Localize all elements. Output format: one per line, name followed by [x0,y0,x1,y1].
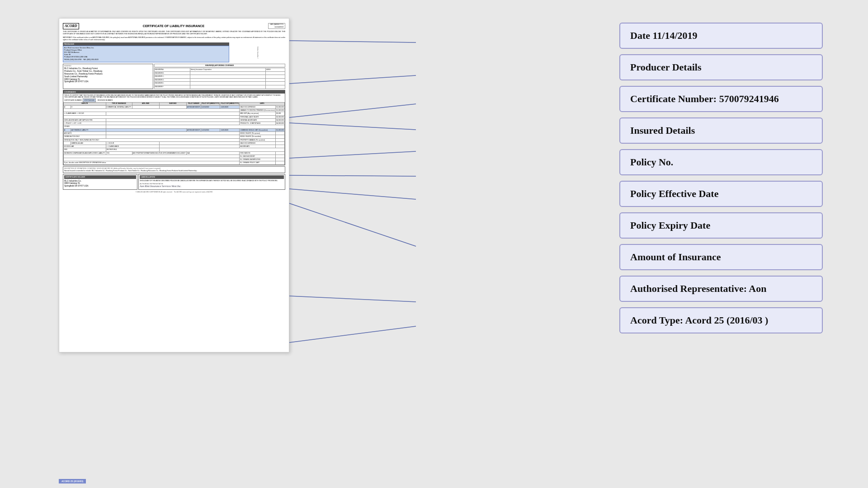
personal-limit-label: PERSONAL & ADV INJURY [240,115,276,118]
coverage-row-other: OTHER: [64,125,285,128]
svg-line-6 [289,189,416,199]
coverage-row-auto: A AUTOMOBILE LIABILITY AS76610B7409375 1… [64,128,285,131]
description-text: Named Insured is extended to include: RL… [64,170,284,172]
insurer-c-name [190,75,265,79]
svg-line-0 [289,41,416,42]
insurer-b-label: INSURER B: [154,71,190,75]
cancellation-label: CANCELLATION [140,175,284,178]
producer-label: PRODUCER [63,42,229,46]
coverage-row-ded: DED RETENTION $ [64,148,285,151]
col-eff: POLICY EFF (MM/DD/YYYY) [201,102,220,105]
auto2-limit-val [276,131,285,135]
auto3-empty [106,135,240,138]
wc3-empty [64,158,240,161]
umb-occur: ☐ OCCUR [106,141,160,145]
col-subr: SUBR WVD [159,102,186,105]
coverage-row-umb: UMBRELLA LIAB ☐ OCCUR EACH OCCURRENCE [64,141,285,145]
cgl-ltr: A [64,105,71,108]
auto-type: AUTOMOBILE LIABILITY [71,128,106,131]
auto4-options: HIRED AUTOS ONLY / NON-OWNED AUTOS ONLY [64,138,240,141]
date-panel: Date 11/14/2019 [619,23,823,49]
cgl-limit-val: $1,000,000 [276,105,285,108]
cgl-policy: AS76610B7409375 [187,105,201,108]
coverages-table: INSR LTR TYPE OF INSURANCE ADDL INSD SUB… [63,102,285,165]
wc2-limit-label: EL. EACH ACCIDENT [240,155,276,158]
wc-stat-val [276,151,285,155]
cert-copyright: ©1988-2015 ACORD CORPORATION. All rights… [136,191,172,193]
acord-logo: ACORD [63,23,79,29]
svg-line-1 [289,75,416,84]
insurer-d-label: INSURER D: [154,78,190,82]
policy-effective-panel: Policy Effective Date [619,181,823,207]
med-limit-val: $5,000 [276,112,285,115]
coverage-row-cgl2: DAMAGE TO RENTED PREMISES (Ea occurrence… [64,108,285,112]
personal-empty [64,115,240,118]
exc-empty [159,145,240,148]
cgl-subr [159,105,186,108]
coverage-row-auto2: ANY AUTO BODILY INJURY (Per person) [64,131,285,135]
wc-type: WORKERS COMPENSATION AND EMPLOYERS' LIAB… [64,151,106,155]
insurer-c-label: INSURER C: [154,75,190,79]
insurer-d-naic [265,78,285,82]
coverage-row-wc2: EL. EACH ACCIDENT [64,155,285,158]
med-empty [106,112,240,115]
cgl-addl [132,105,159,108]
prod-empty [106,122,240,125]
ded-empty [159,148,284,151]
cgl2-limit-label: DAMAGE TO RENTED PREMISES (Ea occurrence… [240,108,276,112]
wc-yn: Y/N [106,151,132,155]
umb-limit-label: EACH OCCURRENCE [240,141,276,145]
other-label: OTHER: [64,125,106,128]
cert-holder-label: CERTIFICATE HOLDER [64,175,136,178]
insurer-f-naic [265,85,285,89]
coverage-row-auto4: HIRED AUTOS ONLY / NON-OWNED AUTOS ONLY … [64,138,285,141]
cert-holder-addr2: Springfield OR 97477 USA [64,185,136,188]
wc-any: ANY PROPRIETOR/PARTNER/EXECUTIVE OFFICER… [132,151,186,155]
insurer-a-name: Liberty Insurance Corporation [190,68,265,72]
cancellation-section: CANCELLATION SHOULD ANY OF THE ABOVE DES… [138,174,285,190]
cert-holder-section: CERTIFICATE HOLDER RLC Industries Co. 36… [63,174,137,190]
important-text: IMPORTANT: If the certificate holder is … [63,37,285,41]
insurers-table: INSURER A: Liberty Insurance Corporation… [154,68,285,89]
ded-label: DED [64,148,106,151]
coverage-row-med: ☑ CLAIMS-MADE ☐ OCCUR MED EXP (Any one p… [64,112,285,115]
wc4-limit-label: EL. DISEASE-POLICY LIMIT [240,161,276,164]
insured-addr2: Springfield OR 97477 USA [64,80,152,83]
umb-limit-val [276,141,285,145]
acord-type-bar: ACORD 25 (2016/03) [59,479,86,483]
svg-line-9 [289,326,416,343]
wc-na: N/A [187,151,240,155]
doc-header: ACORD CERTIFICATE OF LIABILITY INSURANCE… [63,23,285,29]
insurer-a-label: INSURER A: [154,68,190,72]
coverage-row-cgl: A X COMMERCIAL GENERAL LIABILITY AS76610… [64,105,285,108]
disclaimer-text: THIS CERTIFICATE IS ISSUED AS A MATTER O… [63,31,285,35]
producer-fax: FAX: (303) 295-0023 [83,59,98,61]
cgl-eff: 11/01/2019 [201,105,220,108]
auto-exp: 11/01/2020 [220,128,240,131]
auto-policy: AS76610B7409375 [187,128,201,131]
insurer-f-label: INSURER F: [154,85,190,89]
prod-options: ☐ POLICY ☐ JCT ☐ LOC [64,122,106,125]
cert-title: CERTIFICATE OF LIABILITY INSURANCE [79,23,269,28]
coverages-label: COVERAGES [63,90,285,94]
auto4-limit-val [276,138,285,141]
umb-ltr [64,141,71,145]
producer-panel: Producer Details [619,54,823,80]
auto-eff: 11/01/2019 [201,128,220,131]
policy-no-panel: Policy No. [619,149,823,175]
cgl2-limit-val: $1,000,000 [276,108,285,112]
insurer-f-name [190,85,265,89]
other-empty [106,125,285,128]
wc4-desc: If yes, describe under DESCRIPTION OF OP… [64,161,240,164]
description-label: DESCRIPTION OF OPERATIONS / LOCATIONS / … [64,168,284,169]
bottom-section: CERTIFICATE HOLDER RLC Industries Co. 36… [63,174,285,190]
col-insr: INSR LTR [64,102,106,105]
svg-line-2 [289,104,416,117]
auto4-limit-label: PROPERTY DAMAGE (Per accident) [240,138,276,141]
description-section: DESCRIPTION OF OPERATIONS / LOCATIONS / … [63,166,285,174]
genl-limit-label: GENERAL AGGREGATE [240,118,276,122]
umb-empty [159,141,240,145]
cgl-x: X [71,105,106,108]
coverage-row-wc4: If yes, describe under DESCRIPTION OF OP… [64,161,285,164]
auto3-owned: OWNED AUTOS ONLY [64,135,106,138]
